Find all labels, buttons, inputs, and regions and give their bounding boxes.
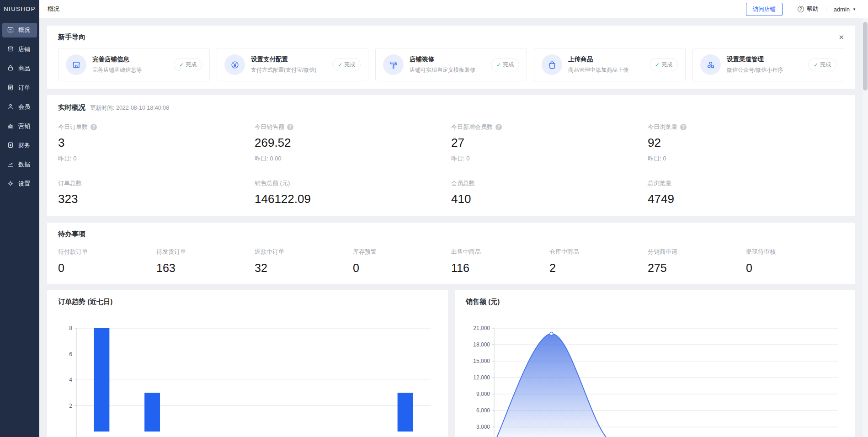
divider xyxy=(826,6,826,12)
help-label: 帮助 xyxy=(807,5,819,13)
sidebar-item-settings[interactable]: 设置 xyxy=(2,176,37,191)
sidebar-item-label: 设置 xyxy=(18,180,30,188)
marketing-bars-icon xyxy=(7,122,14,131)
stat-total-views: 总浏览量 4749 xyxy=(648,179,844,206)
sidebar-item-overview[interactable]: 概况 xyxy=(2,23,37,37)
sidebar-item-marketing[interactable]: 营销 xyxy=(2,119,37,133)
svg-text:6,000: 6,000 xyxy=(476,407,490,414)
sidebar-item-label: 店铺 xyxy=(18,45,30,53)
help-icon: ? xyxy=(798,6,804,12)
realtime-overview-card: 实时概况 更新时间: 2022-08-10 18:40:08 今日订单数? 3 … xyxy=(47,95,855,216)
stat-yesterday: 昨日: 0 xyxy=(58,155,255,163)
help-icon[interactable]: ? xyxy=(680,124,687,130)
guide-card-upload-goods[interactable]: 上传商品 商品管理中添加商品上传 ✓完成 xyxy=(534,48,686,81)
todo-item-warehouse-goods[interactable]: 仓库中商品 2 xyxy=(549,248,648,275)
sidebar-item-order[interactable]: 订单 xyxy=(2,80,37,95)
sidebar-item-member[interactable]: 会员 xyxy=(2,100,37,114)
stat-value: 3 xyxy=(58,136,255,150)
overview-icon xyxy=(7,26,14,35)
check-icon: ✓ xyxy=(338,62,342,68)
guide-card-subtitle: 商品管理中添加商品上传 xyxy=(568,66,628,74)
stat-total-sales: 销售总额 (元) 146122.09 xyxy=(255,179,451,206)
stat-yesterday: 昨日: 0 xyxy=(648,155,844,163)
sales-amount-title: 销售额 (元) xyxy=(466,298,500,305)
help-icon[interactable]: ? xyxy=(495,124,502,130)
stat-value: 323 xyxy=(58,192,255,206)
scrollbar-track[interactable] xyxy=(863,18,868,437)
sidebar-item-finance[interactable]: 财务 xyxy=(2,138,37,153)
finance-yen-book-icon xyxy=(7,141,14,150)
user-menu[interactable]: admin ▼ xyxy=(834,6,856,13)
stat-value: 92 xyxy=(648,136,844,150)
svg-text:2: 2 xyxy=(69,403,72,409)
todo-item-withdrawal-review[interactable]: 提现待审核 0 xyxy=(746,248,844,275)
todo-item-on-sale-goods[interactable]: 出售中商品 116 xyxy=(451,248,549,275)
storefront-icon xyxy=(66,54,86,75)
guide-card-payment[interactable]: 设置支付配置 支付方式配置(支付宝/微信) ✓完成 xyxy=(217,48,368,81)
todo-item-unpaid-orders[interactable]: 待付款订单 0 xyxy=(58,248,156,275)
divider xyxy=(790,6,790,12)
help-link[interactable]: ? 帮助 xyxy=(798,5,819,13)
sidebar: NIUSHOP 概况 店铺 商品 订单 会员 营销 财务 数据 设置 xyxy=(0,0,39,437)
done-badge: ✓完成 xyxy=(808,58,836,71)
guide-title: 新手导向 xyxy=(58,33,85,42)
update-time: 更新时间: 2022-08-10 18:40:08 xyxy=(90,104,169,112)
guide-card-title: 店铺装修 xyxy=(410,55,475,64)
stat-yesterday: 昨日: 0.00 xyxy=(255,155,451,163)
shop-icon xyxy=(7,45,14,54)
svg-text:4: 4 xyxy=(69,377,72,383)
guide-card-title: 上传商品 xyxy=(568,55,628,64)
guide-card-title: 完善店铺信息 xyxy=(92,55,142,64)
help-icon[interactable]: ? xyxy=(287,124,293,130)
todo-title: 待办事项 xyxy=(58,230,85,238)
done-badge: ✓完成 xyxy=(650,58,678,71)
check-icon: ✓ xyxy=(655,62,660,68)
sidebar-item-label: 商品 xyxy=(18,64,30,73)
sidebar-item-goods[interactable]: 商品 xyxy=(2,61,37,76)
sales-chart: 3,0006,0009,00012,00015,00018,00021,000 xyxy=(466,322,844,437)
sidebar-item-shop[interactable]: 店铺 xyxy=(2,42,37,57)
paint-roller-icon xyxy=(383,54,404,75)
guide-card-decoration[interactable]: 店铺装修 店铺可实现自定义模板装修 ✓完成 xyxy=(375,48,527,81)
close-icon[interactable]: ✕ xyxy=(838,34,844,41)
sidebar-item-label: 会员 xyxy=(18,103,30,111)
todo-card: 待办事项 待付款订单 0 待发货订单 163 退款中订单 32 库存预警 0 出… xyxy=(47,223,855,284)
svg-text:6: 6 xyxy=(69,351,72,357)
data-chart-icon xyxy=(7,160,14,169)
stat-yesterday: 昨日: 0 xyxy=(451,155,648,163)
guide-card-channels[interactable]: 设置渠道管理 微信公众号/微信小程序 ✓完成 xyxy=(692,48,844,81)
chevron-down-icon: ▼ xyxy=(852,7,856,11)
visit-shop-button[interactable]: 访问店铺 xyxy=(746,3,783,16)
sidebar-item-data[interactable]: 数据 xyxy=(2,157,37,172)
todo-item-distributor-applications[interactable]: 分销商申请 275 xyxy=(648,248,746,275)
stat-value: 146122.09 xyxy=(255,192,451,206)
goods-bag-icon xyxy=(7,64,14,73)
done-badge: ✓完成 xyxy=(332,58,361,71)
stat-today-views: 今日浏览量? 92 昨日: 0 xyxy=(648,123,844,163)
todo-item-refunding-orders[interactable]: 退款中订单 32 xyxy=(255,248,353,275)
check-icon: ✓ xyxy=(179,62,184,68)
guide-card-shop-info[interactable]: 完善店铺信息 完善店铺基础信息等 ✓完成 xyxy=(58,48,210,81)
todo-item-stock-warning[interactable]: 库存预警 0 xyxy=(353,248,451,275)
scrollbar-thumb[interactable] xyxy=(863,22,868,91)
member-person-icon xyxy=(7,103,14,112)
sidebar-item-label: 数据 xyxy=(18,160,30,169)
order-trend-title: 订单趋势 (近七日) xyxy=(58,298,112,305)
channels-icon xyxy=(700,54,721,75)
guide-card-subtitle: 店铺可实现自定义模板装修 xyxy=(410,66,475,74)
todo-item-to-ship-orders[interactable]: 待发货订单 163 xyxy=(156,248,255,275)
sidebar-item-label: 营销 xyxy=(18,122,30,130)
guide-card-subtitle: 完善店铺基础信息等 xyxy=(92,66,142,74)
svg-text:9,000: 9,000 xyxy=(476,391,490,397)
stat-value: 269.52 xyxy=(255,136,451,150)
help-icon[interactable]: ? xyxy=(91,124,97,130)
svg-text:18,000: 18,000 xyxy=(473,341,490,348)
check-icon: ✓ xyxy=(496,62,501,68)
sidebar-item-label: 订单 xyxy=(18,84,30,92)
done-badge: ✓完成 xyxy=(174,58,202,71)
stat-value: 4749 xyxy=(648,192,844,206)
username: admin xyxy=(834,6,850,13)
guide-card-title: 设置渠道管理 xyxy=(727,55,783,64)
stat-today-sales: 今日销售额? 269.52 昨日: 0.00 xyxy=(255,123,451,163)
svg-text:12,000: 12,000 xyxy=(473,374,490,381)
